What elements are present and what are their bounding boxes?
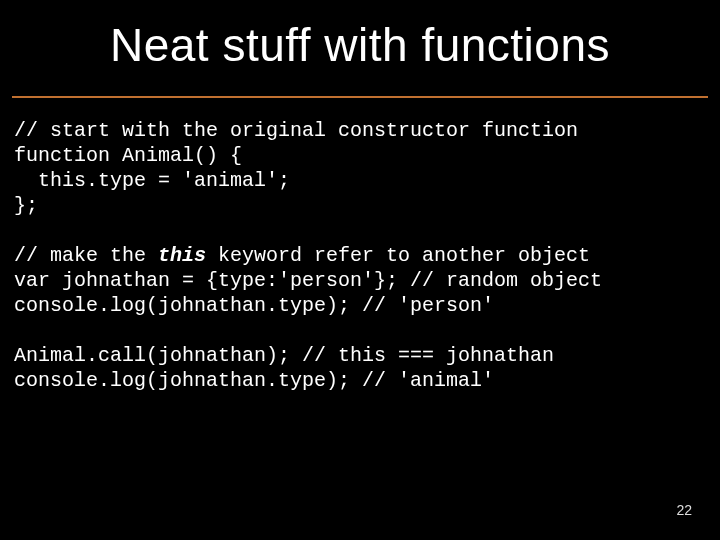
code-line: };	[14, 194, 38, 217]
page-number: 22	[676, 502, 692, 518]
code-line: // start with the original constructor f…	[14, 119, 578, 142]
code-line: console.log(johnathan.type); // 'animal'	[14, 369, 494, 392]
slide-title: Neat stuff with functions	[0, 18, 720, 72]
code-line: var johnathan = {type:'person'}; // rand…	[14, 269, 602, 292]
slide: Neat stuff with functions // start with …	[0, 0, 720, 540]
code-line: function Animal() {	[14, 144, 242, 167]
code-block: // start with the original constructor f…	[14, 118, 706, 393]
code-line: console.log(johnathan.type); // 'person'	[14, 294, 494, 317]
divider	[12, 96, 708, 98]
code-line: // make the	[14, 244, 158, 267]
code-emphasis-this: this	[158, 244, 206, 267]
code-line: Animal.call(johnathan); // this === john…	[14, 344, 554, 367]
code-line: keyword refer to another object	[206, 244, 590, 267]
code-line: this.type = 'animal';	[14, 169, 290, 192]
